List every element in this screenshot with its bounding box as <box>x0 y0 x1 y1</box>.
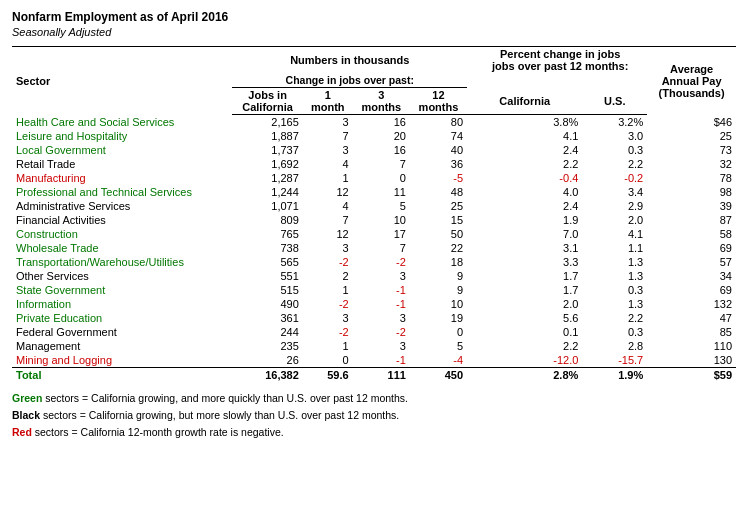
us-pct: -0.2 <box>582 171 647 185</box>
table-row: Professional and Technical Services1,244… <box>12 185 736 199</box>
change-1mo: -2 <box>303 255 353 269</box>
avg-pay: 32 <box>647 157 736 171</box>
us-pct-header: U.S. <box>582 88 647 115</box>
total-jobs-ca: 16,382 <box>232 368 302 383</box>
change-3mo: 17 <box>353 227 410 241</box>
change-3mo: 11 <box>353 185 410 199</box>
sector-name: Federal Government <box>12 325 232 339</box>
sector-name: Mining and Logging <box>12 353 232 368</box>
change-12mo: 22 <box>410 241 467 255</box>
avg-pay: 85 <box>647 325 736 339</box>
jobs-ca: 235 <box>232 339 302 353</box>
us-pct: 4.1 <box>582 227 647 241</box>
change-3mo: 7 <box>353 241 410 255</box>
3mo-header: 3months <box>353 88 410 115</box>
legend-black: Black sectors = California growing, but … <box>12 407 736 424</box>
ca-pct: 3.1 <box>467 241 582 255</box>
change-1mo: 4 <box>303 199 353 213</box>
legend-green: Green sectors = California growing, and … <box>12 390 736 407</box>
change-12mo: 36 <box>410 157 467 171</box>
total-avg-pay: $59 <box>647 368 736 383</box>
jobs-ca: 515 <box>232 283 302 297</box>
avg-pay: 130 <box>647 353 736 368</box>
avg-pay: 34 <box>647 269 736 283</box>
jobs-ca: 361 <box>232 311 302 325</box>
ca-pct: 1.7 <box>467 269 582 283</box>
change-3mo: 0 <box>353 171 410 185</box>
jobs-ca: 565 <box>232 255 302 269</box>
change-1mo: 12 <box>303 227 353 241</box>
ca-pct: 2.0 <box>467 297 582 311</box>
change-1mo: 0 <box>303 353 353 368</box>
us-pct: 1.3 <box>582 255 647 269</box>
jobs-ca: 26 <box>232 353 302 368</box>
avg-pay: 69 <box>647 283 736 297</box>
jobs-ca: 809 <box>232 213 302 227</box>
jobs-ca: 1,244 <box>232 185 302 199</box>
us-pct: 2.2 <box>582 157 647 171</box>
table-row: Leisure and Hospitality1,887720744.13.02… <box>12 129 736 143</box>
jobs-ca: 2,165 <box>232 115 302 130</box>
sector-name: Local Government <box>12 143 232 157</box>
table-row: Local Government1,737316402.40.373 <box>12 143 736 157</box>
change-12mo: -4 <box>410 353 467 368</box>
jobs-ca: 1,887 <box>232 129 302 143</box>
sector-name: Financial Activities <box>12 213 232 227</box>
us-pct: 1.3 <box>582 269 647 283</box>
sector-name: Retail Trade <box>12 157 232 171</box>
ca-pct: -0.4 <box>467 171 582 185</box>
table-row: Mining and Logging260-1-4-12.0-15.7130 <box>12 353 736 368</box>
change-3mo: 3 <box>353 311 410 325</box>
sector-name: Health Care and Social Services <box>12 115 232 130</box>
ca-pct: 5.6 <box>467 311 582 325</box>
total-sector: Total <box>12 368 232 383</box>
table-row: Manufacturing1,28710-5-0.4-0.278 <box>12 171 736 185</box>
percent-group-header: Percent change in jobsjobs over past 12 … <box>467 47 647 74</box>
table-row: State Government5151-191.70.369 <box>12 283 736 297</box>
avg-pay: 57 <box>647 255 736 269</box>
us-pct: -15.7 <box>582 353 647 368</box>
ca-pct: 2.2 <box>467 157 582 171</box>
change-12mo: 18 <box>410 255 467 269</box>
ca-pct: 1.9 <box>467 213 582 227</box>
change-1mo: 3 <box>303 241 353 255</box>
total-us-pct: 1.9% <box>582 368 647 383</box>
sector-name: Professional and Technical Services <box>12 185 232 199</box>
change-1mo: 1 <box>303 283 353 297</box>
avg-pay: 58 <box>647 227 736 241</box>
change-1mo: -2 <box>303 297 353 311</box>
avg-pay: $46 <box>647 115 736 130</box>
ca-pct: 4.1 <box>467 129 582 143</box>
change-group-header: Change in jobs over past: <box>232 73 467 88</box>
change-3mo: 10 <box>353 213 410 227</box>
change-3mo: -1 <box>353 353 410 368</box>
us-pct: 3.0 <box>582 129 647 143</box>
sector-name: Wholesale Trade <box>12 241 232 255</box>
us-pct: 2.0 <box>582 213 647 227</box>
avg-pay: 25 <box>647 129 736 143</box>
jobs-ca: 490 <box>232 297 302 311</box>
change-12mo: 10 <box>410 297 467 311</box>
table-row: Information490-2-1102.01.3132 <box>12 297 736 311</box>
ca-pct: 0.1 <box>467 325 582 339</box>
change-3mo: 3 <box>353 339 410 353</box>
jobs-ca: 738 <box>232 241 302 255</box>
table-row: Other Services5512391.71.334 <box>12 269 736 283</box>
change-3mo: 16 <box>353 143 410 157</box>
table-row: Construction7651217507.04.158 <box>12 227 736 241</box>
total-3mo: 111 <box>353 368 410 383</box>
change-1mo: 2 <box>303 269 353 283</box>
change-12mo: 74 <box>410 129 467 143</box>
change-1mo: 3 <box>303 143 353 157</box>
ca-pct: 3.3 <box>467 255 582 269</box>
change-1mo: 1 <box>303 339 353 353</box>
ca-pct: 2.4 <box>467 199 582 213</box>
ca-pct: 2.2 <box>467 339 582 353</box>
sector-name: Information <box>12 297 232 311</box>
avg-pay-header: AverageAnnual Pay(Thousands) <box>647 47 736 115</box>
avg-pay: 39 <box>647 199 736 213</box>
us-pct: 1.3 <box>582 297 647 311</box>
table-row: Federal Government244-2-200.10.385 <box>12 325 736 339</box>
avg-pay: 69 <box>647 241 736 255</box>
legend-black-label: Black <box>12 409 40 421</box>
